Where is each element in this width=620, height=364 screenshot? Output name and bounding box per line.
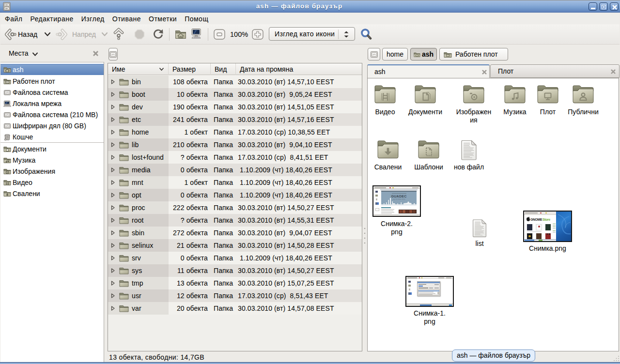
svg-text:GNOME: GNOME bbox=[530, 218, 542, 221]
svg-text:july 24-30th 2010: july 24-30th 2010 bbox=[392, 198, 405, 200]
svg-text:Store: Store bbox=[542, 218, 550, 221]
svg-text:GUADEC: GUADEC bbox=[391, 195, 406, 198]
